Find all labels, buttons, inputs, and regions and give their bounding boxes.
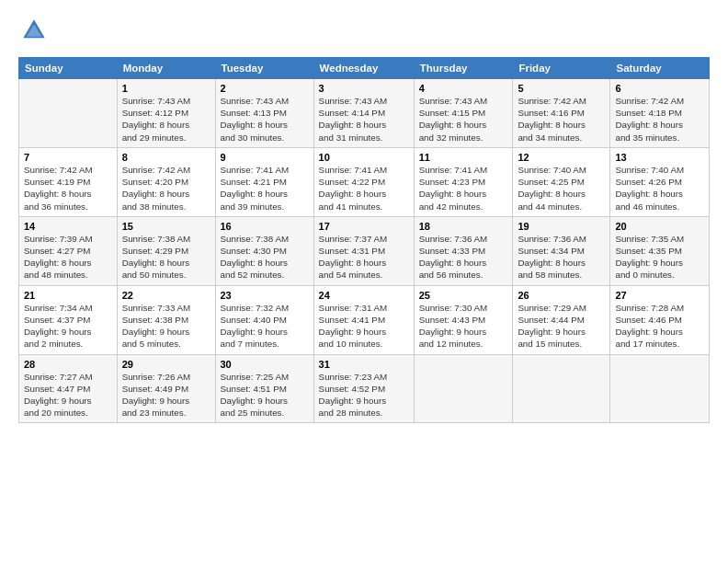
calendar-cell: 16Sunrise: 7:38 AM Sunset: 4:30 PM Dayli… [215, 216, 313, 285]
calendar-cell: 13Sunrise: 7:40 AM Sunset: 4:26 PM Dayli… [610, 147, 710, 216]
calendar-cell: 25Sunrise: 7:30 AM Sunset: 4:43 PM Dayli… [414, 285, 513, 354]
day-number: 16 [221, 221, 309, 232]
day-info: Sunrise: 7:30 AM Sunset: 4:43 PM Dayligh… [419, 302, 508, 350]
day-number: 30 [221, 359, 309, 370]
calendar-cell [19, 79, 118, 148]
day-info: Sunrise: 7:42 AM Sunset: 4:19 PM Dayligh… [24, 164, 112, 213]
calendar-cell [610, 354, 710, 423]
calendar-cell: 15Sunrise: 7:38 AM Sunset: 4:29 PM Dayli… [117, 216, 215, 285]
day-info: Sunrise: 7:28 AM Sunset: 4:46 PM Dayligh… [615, 302, 704, 350]
calendar-cell: 1Sunrise: 7:43 AM Sunset: 4:12 PM Daylig… [117, 79, 215, 148]
calendar-cell: 8Sunrise: 7:42 AM Sunset: 4:20 PM Daylig… [117, 147, 215, 216]
day-number: 18 [419, 221, 508, 232]
calendar-week-row: 28Sunrise: 7:27 AM Sunset: 4:47 PM Dayli… [19, 354, 710, 423]
day-info: Sunrise: 7:31 AM Sunset: 4:41 PM Dayligh… [319, 302, 409, 350]
day-number: 5 [518, 83, 605, 94]
day-info: Sunrise: 7:39 AM Sunset: 4:27 PM Dayligh… [24, 233, 112, 282]
day-info: Sunrise: 7:25 AM Sunset: 4:51 PM Dayligh… [221, 371, 309, 419]
day-number: 24 [319, 290, 409, 301]
calendar-cell: 9Sunrise: 7:41 AM Sunset: 4:21 PM Daylig… [215, 147, 313, 216]
day-of-week-header: Monday [117, 58, 215, 79]
day-number: 20 [615, 221, 704, 232]
day-info: Sunrise: 7:41 AM Sunset: 4:21 PM Dayligh… [221, 164, 309, 213]
calendar-week-row: 1Sunrise: 7:43 AM Sunset: 4:12 PM Daylig… [19, 79, 710, 148]
day-info: Sunrise: 7:42 AM Sunset: 4:16 PM Dayligh… [518, 95, 605, 144]
calendar-cell: 10Sunrise: 7:41 AM Sunset: 4:22 PM Dayli… [313, 147, 414, 216]
day-info: Sunrise: 7:38 AM Sunset: 4:30 PM Dayligh… [221, 233, 309, 282]
day-number: 31 [319, 359, 409, 370]
day-number: 23 [221, 290, 309, 301]
day-number: 4 [419, 83, 508, 94]
day-info: Sunrise: 7:26 AM Sunset: 4:49 PM Dayligh… [122, 371, 210, 419]
day-number: 19 [518, 221, 605, 232]
calendar-cell: 14Sunrise: 7:39 AM Sunset: 4:27 PM Dayli… [19, 216, 118, 285]
calendar-cell: 4Sunrise: 7:43 AM Sunset: 4:15 PM Daylig… [414, 79, 513, 148]
calendar-cell: 24Sunrise: 7:31 AM Sunset: 4:41 PM Dayli… [313, 285, 414, 354]
day-number: 28 [24, 359, 112, 370]
day-number: 27 [615, 290, 704, 301]
calendar-cell: 27Sunrise: 7:28 AM Sunset: 4:46 PM Dayli… [610, 285, 710, 354]
day-number: 21 [24, 290, 112, 301]
day-info: Sunrise: 7:33 AM Sunset: 4:38 PM Dayligh… [122, 302, 210, 350]
day-info: Sunrise: 7:23 AM Sunset: 4:52 PM Dayligh… [319, 371, 409, 419]
day-number: 7 [24, 152, 112, 163]
day-number: 2 [221, 83, 309, 94]
calendar-cell: 7Sunrise: 7:42 AM Sunset: 4:19 PM Daylig… [19, 147, 118, 216]
day-info: Sunrise: 7:42 AM Sunset: 4:18 PM Dayligh… [615, 95, 704, 144]
day-info: Sunrise: 7:43 AM Sunset: 4:13 PM Dayligh… [221, 95, 309, 144]
day-number: 17 [319, 221, 409, 232]
day-number: 29 [122, 359, 210, 370]
logo [18, 17, 48, 48]
day-number: 9 [221, 152, 309, 163]
calendar-week-row: 21Sunrise: 7:34 AM Sunset: 4:37 PM Dayli… [19, 285, 710, 354]
header [18, 17, 710, 48]
logo-icon [20, 17, 48, 44]
day-info: Sunrise: 7:29 AM Sunset: 4:44 PM Dayligh… [518, 302, 605, 350]
day-info: Sunrise: 7:43 AM Sunset: 4:12 PM Dayligh… [122, 95, 210, 144]
calendar-cell: 26Sunrise: 7:29 AM Sunset: 4:44 PM Dayli… [513, 285, 610, 354]
day-info: Sunrise: 7:42 AM Sunset: 4:20 PM Dayligh… [122, 164, 210, 213]
day-number: 12 [518, 152, 605, 163]
calendar-cell: 21Sunrise: 7:34 AM Sunset: 4:37 PM Dayli… [19, 285, 118, 354]
day-number: 13 [615, 152, 704, 163]
day-of-week-header: Thursday [414, 58, 513, 79]
calendar-cell: 5Sunrise: 7:42 AM Sunset: 4:16 PM Daylig… [513, 79, 610, 148]
calendar-week-row: 14Sunrise: 7:39 AM Sunset: 4:27 PM Dayli… [19, 216, 710, 285]
calendar-cell: 28Sunrise: 7:27 AM Sunset: 4:47 PM Dayli… [19, 354, 118, 423]
day-info: Sunrise: 7:32 AM Sunset: 4:40 PM Dayligh… [221, 302, 309, 350]
day-number: 25 [419, 290, 508, 301]
calendar-cell: 20Sunrise: 7:35 AM Sunset: 4:35 PM Dayli… [610, 216, 710, 285]
day-info: Sunrise: 7:43 AM Sunset: 4:15 PM Dayligh… [419, 95, 508, 144]
day-number: 14 [24, 221, 112, 232]
calendar-cell: 12Sunrise: 7:40 AM Sunset: 4:25 PM Dayli… [513, 147, 610, 216]
day-info: Sunrise: 7:36 AM Sunset: 4:33 PM Dayligh… [419, 233, 508, 282]
calendar-cell: 6Sunrise: 7:42 AM Sunset: 4:18 PM Daylig… [610, 79, 710, 148]
calendar-cell [513, 354, 610, 423]
day-number: 15 [122, 221, 210, 232]
day-number: 22 [122, 290, 210, 301]
day-info: Sunrise: 7:35 AM Sunset: 4:35 PM Dayligh… [615, 233, 704, 282]
day-of-week-header: Saturday [610, 58, 710, 79]
calendar-cell: 22Sunrise: 7:33 AM Sunset: 4:38 PM Dayli… [117, 285, 215, 354]
day-number: 26 [518, 290, 605, 301]
day-number: 8 [122, 152, 210, 163]
day-info: Sunrise: 7:41 AM Sunset: 4:22 PM Dayligh… [319, 164, 409, 213]
day-info: Sunrise: 7:36 AM Sunset: 4:34 PM Dayligh… [518, 233, 605, 282]
day-number: 1 [122, 83, 210, 94]
calendar-table: SundayMondayTuesdayWednesdayThursdayFrid… [18, 57, 710, 423]
day-info: Sunrise: 7:34 AM Sunset: 4:37 PM Dayligh… [24, 302, 112, 350]
page-container: SundayMondayTuesdayWednesdayThursdayFrid… [0, 0, 728, 432]
day-number: 10 [319, 152, 409, 163]
calendar-cell: 19Sunrise: 7:36 AM Sunset: 4:34 PM Dayli… [513, 216, 610, 285]
day-info: Sunrise: 7:37 AM Sunset: 4:31 PM Dayligh… [319, 233, 409, 282]
day-of-week-header: Friday [513, 58, 610, 79]
calendar-cell: 31Sunrise: 7:23 AM Sunset: 4:52 PM Dayli… [313, 354, 414, 423]
day-of-week-header: Sunday [19, 58, 118, 79]
day-number: 11 [419, 152, 508, 163]
calendar-cell: 2Sunrise: 7:43 AM Sunset: 4:13 PM Daylig… [215, 79, 313, 148]
day-info: Sunrise: 7:41 AM Sunset: 4:23 PM Dayligh… [419, 164, 508, 213]
day-info: Sunrise: 7:27 AM Sunset: 4:47 PM Dayligh… [24, 371, 112, 419]
calendar-cell: 18Sunrise: 7:36 AM Sunset: 4:33 PM Dayli… [414, 216, 513, 285]
calendar-week-row: 7Sunrise: 7:42 AM Sunset: 4:19 PM Daylig… [19, 147, 710, 216]
calendar-cell: 11Sunrise: 7:41 AM Sunset: 4:23 PM Dayli… [414, 147, 513, 216]
